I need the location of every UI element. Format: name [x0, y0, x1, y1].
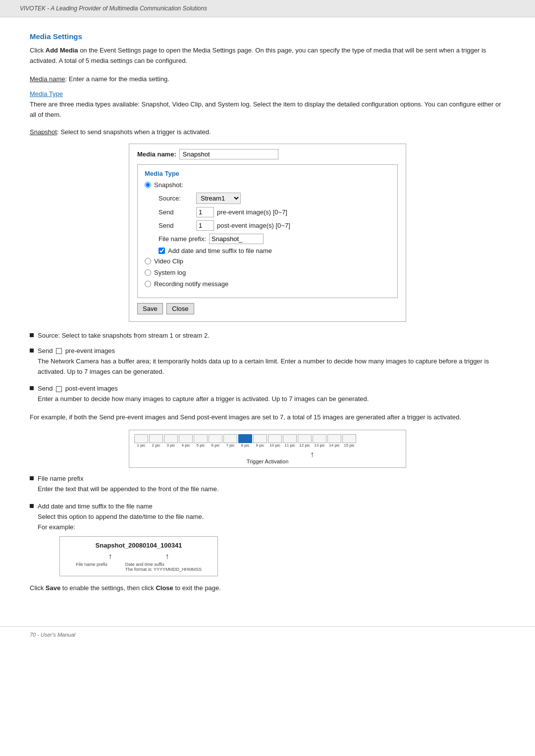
close-button[interactable]: Close [166, 303, 194, 314]
arrow-prefix: ↑ [108, 552, 112, 561]
date-suffix-label: Add date and time suffix to file name [168, 247, 272, 254]
bullet-post-event: Send post-event images Enter a number to… [30, 385, 505, 404]
bullet5-desc-text: Select this option to append the date/ti… [38, 513, 204, 520]
post-event-checkbox-icon [56, 386, 62, 392]
snapshot-radio[interactable] [145, 182, 151, 188]
media-name-box-label: Media name: [137, 151, 176, 158]
media-type-box-title: Media Type [145, 170, 390, 177]
file-prefix-label: File name prefix: [159, 235, 206, 243]
bullet3-checkbox-label: post-event images [65, 385, 118, 392]
send-pre-row: Send pre-event image(s) [0~7] [159, 207, 390, 217]
file-prefix-input[interactable] [209, 234, 264, 244]
media-name-row: Media name: [137, 149, 398, 159]
snapshot-radio-row: Snapshot: [145, 181, 390, 189]
save-button[interactable]: Save [137, 303, 163, 314]
send-post-label: Send [159, 222, 193, 229]
send-pre-desc: pre-event image(s) [0~7] [217, 208, 287, 216]
media-name-input[interactable] [179, 149, 278, 159]
arrows-row: ↑ ↑ [67, 552, 211, 561]
source-select[interactable]: Stream1 Stream2 [196, 193, 241, 204]
buttons-row: Save Close [137, 303, 398, 314]
filename-format-label: The format is: YYYYMMDD_HHMMSS [125, 567, 202, 572]
pic-item: 8 pic [238, 434, 252, 448]
video-clip-radio-row: Video Clip [145, 257, 390, 265]
pic-item: 14 pic [327, 434, 341, 448]
send-pre-input[interactable] [196, 207, 214, 217]
trigger-arrow-row: ↑ [134, 451, 401, 458]
page-wrapper: VIVOTEK - A Leading Provider of Multimed… [0, 0, 535, 756]
media-name-field-label: Media name [30, 75, 65, 83]
source-row: Source: Stream1 Stream2 [159, 193, 390, 204]
footer-instruction: Click Save to enable the settings, then … [30, 584, 505, 592]
content: Media Settings Click Add Media on the Ev… [0, 17, 535, 626]
bullet2-text: Send pre-event images [38, 347, 115, 354]
pre-event-checkbox-icon [56, 348, 62, 354]
bullet-file-prefix: File name prefix Enter the text that wil… [30, 475, 505, 495]
system-log-radio[interactable] [145, 269, 151, 276]
send-post-desc: post-event image(s) [0~7] [217, 222, 290, 229]
section-title: Media Settings [30, 32, 505, 41]
bullet-source: Source: Select to take snapshots from st… [30, 332, 505, 339]
trigger-diagram: 1 pic2 pic3 pic4 pic5 pic6 pic7 pic8 pic… [129, 430, 406, 468]
bullet5-example-label: For example: [38, 523, 75, 531]
bullet1-text: Source: Select to take snapshots from st… [38, 332, 210, 339]
bullet3-send: Send [38, 385, 53, 392]
labels-row: File name prefix Date and time suffix Th… [67, 562, 211, 572]
pic-item: 3 pic [164, 434, 178, 448]
source-label: Source: [159, 195, 193, 202]
snapshot-desc: Select to send snapshots when a trigger … [60, 128, 211, 136]
media-name-desc: Enter a name for the media setting. [69, 75, 169, 83]
snapshot-radio-label: Snapshot: [154, 181, 183, 189]
send-post-row: Send post-event image(s) [0~7] [159, 220, 390, 231]
snapshot-options: Source: Stream1 Stream2 Send pre-event i… [159, 193, 390, 254]
bullet4-text: File name prefix [38, 475, 83, 482]
media-type-box: Media Type Snapshot: Source: Stream1 Str… [137, 164, 398, 298]
pic-item: 11 pic [283, 434, 297, 448]
example-para: For example, if both the Send pre-event … [30, 412, 505, 423]
pic-item: 1 pic [134, 434, 148, 448]
system-log-label: System log [154, 269, 186, 276]
snapshot-intro-line: Snapshot: Select to send snapshots when … [30, 127, 505, 138]
bullet2-send: Send [38, 347, 53, 354]
pic-item: 9 pic [253, 434, 267, 448]
date-suffix-row: Add date and time suffix to file name [159, 247, 390, 254]
snapshot-field-label: Snapshot [30, 128, 57, 136]
bullet5-desc: Select this option to append the date/ti… [38, 512, 505, 533]
bullet-square-2 [30, 349, 34, 353]
intro-paragraph: Click Add Media on the Event Settings pa… [30, 46, 505, 66]
bullet4-desc: Enter the text that will be appended to … [38, 484, 505, 495]
bullet-square-4 [30, 476, 34, 480]
media-name-line: Media name: Enter a name for the media s… [30, 74, 505, 85]
arrow-date: ↑ [165, 552, 169, 561]
pic-item: 4 pic [179, 434, 193, 448]
pic-item: 6 pic [209, 434, 222, 448]
recording-notify-radio[interactable] [145, 281, 151, 287]
pic-item: 13 pic [313, 434, 326, 448]
pic-item: 10 pic [268, 434, 282, 448]
trigger-label: Trigger Activation [134, 458, 401, 464]
send-post-input[interactable] [196, 220, 214, 231]
filename-prefix-label: File name prefix [76, 562, 107, 572]
media-type-desc: There are three media types available: S… [30, 100, 505, 120]
save-bold: Save [46, 584, 60, 592]
filename-example-text: Snapshot_20080104_100341 [67, 542, 211, 549]
trigger-arrow-up: ↑ [310, 451, 314, 458]
recording-notify-radio-row: Recording notify message [145, 280, 390, 288]
filename-date-label: Date and time suffix [125, 562, 164, 567]
date-suffix-checkbox[interactable] [159, 248, 165, 254]
bullet5-text: Add date and time suffix to the file nam… [38, 503, 153, 510]
media-type-link[interactable]: Media Type [30, 90, 505, 98]
bullet-date-suffix: Add date and time suffix to the file nam… [30, 503, 505, 577]
recording-notify-label: Recording notify message [154, 280, 228, 288]
pic-item: 5 pic [194, 434, 208, 448]
media-settings-box: Media name: Media Type Snapshot: Source:… [129, 144, 406, 322]
add-media-bold: Add Media [46, 47, 78, 54]
bullet3-desc: Enter a number to decide how many images… [38, 394, 505, 404]
video-clip-radio[interactable] [145, 258, 151, 264]
pic-item: 2 pic [149, 434, 163, 448]
bullet3-text: Send post-event images [38, 385, 118, 392]
bullet-square-1 [30, 333, 34, 337]
pic-item: 12 pic [298, 434, 312, 448]
header-title: VIVOTEK - A Leading Provider of Multimed… [20, 5, 207, 12]
page-footer: 70 - User's Manual [0, 626, 535, 643]
